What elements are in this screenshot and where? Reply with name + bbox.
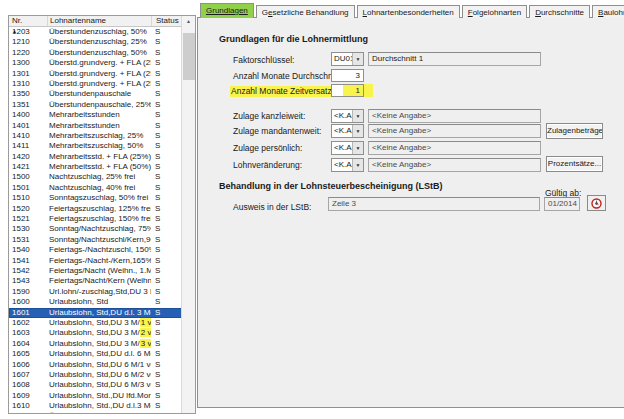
row-nr: 1609	[9, 391, 47, 401]
table-row[interactable]: 1541Feiertags-/Nacht-/Kern,165%frS	[9, 256, 182, 266]
row-status: S	[151, 339, 182, 349]
chevron-down-icon[interactable]: ▼	[352, 142, 363, 154]
row-status: S	[151, 204, 182, 214]
table-row[interactable]: 1606Urlaubslohn, Std,DU 6 M/1 versS	[9, 360, 182, 370]
tab-lohnartenbesonderheiten[interactable]: Lohnartenbesonderheiten	[357, 5, 460, 18]
table-row[interactable]: 1510Sonntagszuschlag, 50% freiS	[9, 193, 182, 203]
tab-gesetzliche-behandlung[interactable]: Gesetzliche Behandlung	[256, 5, 355, 18]
table-row[interactable]: 1411Mehrarbeitszuschlag, 50%S	[9, 141, 182, 151]
anzahl-monate-durchschnitt-input[interactable]: 3	[331, 69, 364, 82]
row-name: Überstundenzuschlag, 50%	[47, 27, 151, 37]
row-name: Urlaubslohn, Std.,DU lfd.Mon.	[47, 391, 151, 401]
chevron-down-icon[interactable]: ▼	[352, 110, 363, 122]
table-row[interactable]: 1531Sonntag/Nachtzuschl/Kern,90%frS	[9, 235, 182, 245]
chevron-down-icon[interactable]: ▼	[352, 159, 363, 171]
row-nr: 1310	[9, 79, 47, 89]
tab-folgelohnarten[interactable]: Folgelohnarten	[462, 5, 527, 18]
table-header: Nr.▲ Lohnartenname Status	[9, 16, 195, 27]
row-status: S	[151, 162, 182, 172]
table-row[interactable]: 1600Urlaubslohn, StdS	[9, 297, 182, 307]
row-nr: 1620	[9, 411, 47, 413]
row-name: Überstundenzuschlag, 25%	[47, 37, 151, 47]
row-name: Überstundenpauschale, 25%	[47, 100, 151, 110]
row-status: S	[151, 27, 182, 37]
tab-grundlagen[interactable]: Grundlagen	[200, 3, 254, 18]
table-row[interactable]: 1607Urlaubslohn, Std,DU 6 M/2 versS	[9, 370, 182, 380]
row-nr: 1401	[9, 121, 47, 131]
column-header-status[interactable]: Status	[151, 16, 182, 26]
table-row[interactable]: 1603Urlaubslohn, Std,DU 3 M/2 versS	[9, 328, 182, 338]
table-row[interactable]: 1542Feiertags/Nacht (Weihn., 1.Mai)S	[9, 266, 182, 276]
tab-accelerator: Grundlagen	[206, 6, 248, 15]
tab-baulohn[interactable]: Baulohn	[592, 5, 624, 18]
table-row[interactable]: 1530Sonntag/Nachtzuschlag, 75%freiS	[9, 224, 182, 234]
table-row[interactable]: 1609Urlaubslohn, Std.,DU lfd.Mon.S	[9, 391, 182, 401]
table-row[interactable]: 1220Überstundenzuschlag, 50%S	[9, 48, 182, 58]
row-status: S	[151, 235, 182, 245]
table-row[interactable]: 1520Feiertagszuschlag, 125% freiS	[9, 204, 182, 214]
table-row[interactable]: 1521Feiertagszuschlag, 150% freiS	[9, 214, 182, 224]
zulage-kanzleiweit-combobox[interactable]: <K.A.>▼	[331, 109, 364, 123]
table-row[interactable]: 1421Mehrarbeitsstd. + FLA (50%)S	[9, 162, 182, 172]
anzahl-monate-zeitversatz-input[interactable]: 1	[331, 84, 364, 97]
table-row[interactable]: 1540Feiertags-/Nachtzuschl, 150% frS	[9, 245, 182, 255]
scrollbar-thumb[interactable]	[183, 33, 195, 80]
zulage-kanzleiweit-combo-value: <K.A.>	[332, 110, 352, 122]
table-row[interactable]: 1500Nachtzuschlag, 25% freiS	[9, 172, 182, 182]
zulagenbetraege-button[interactable]: Zulagenbeträge...	[546, 123, 603, 139]
zulage-mandantenweit-combobox[interactable]: <K.A.>▼	[331, 124, 364, 138]
chevron-down-icon[interactable]: ▼	[352, 53, 363, 65]
section-title-grundlagen: Grundlagen für die Lohnermittlung	[219, 34, 368, 44]
table-row[interactable]: 1501Nachtzuschlag, 40% freiS	[9, 183, 182, 193]
chevron-down-icon[interactable]: ▼	[352, 125, 363, 137]
row-status: S	[151, 37, 182, 47]
tab-accelerator: L	[363, 8, 367, 17]
row-nr: 1600	[9, 297, 47, 307]
scroll-up-button[interactable]: ▲	[182, 16, 195, 27]
vertical-scrollbar[interactable]: ▲	[181, 16, 195, 413]
lohnveraenderung-combobox[interactable]: <K.A.>▼	[331, 158, 364, 172]
table-row[interactable]: 1350ÜberstundenpauschaleS	[9, 89, 182, 99]
table-row[interactable]: 1590Url.lohn/-zuschlag,Std,DU 3 MS	[9, 287, 182, 297]
table-row[interactable]: 1203Überstundenzuschlag, 50%S	[9, 27, 182, 37]
table-row[interactable]: 1210Überstundenzuschlag, 25%S	[9, 37, 182, 47]
table-row[interactable]: 1400MehrarbeitsstundenS	[9, 110, 182, 120]
table-row[interactable]: 1602Urlaubslohn, Std,DU 3 M/1 versS	[9, 318, 182, 328]
table-row[interactable]: 1310Überstd.grundverg. + FLA (25%)S	[9, 79, 182, 89]
zulage-persoenlich-combobox[interactable]: <K.A.>▼	[331, 141, 364, 155]
row-name: Überstd.grundverg. + FLA (25%)	[47, 58, 151, 68]
table-row[interactable]: 1605Urlaubslohn, Std,DU d.l. 6 MonS	[9, 349, 182, 359]
table-row[interactable]: 1351Überstundenpauschale, 25%S	[9, 100, 182, 110]
zulage-persoenlich-label: Zulage persönlich:	[233, 143, 302, 153]
row-status: S	[151, 391, 182, 401]
table-row[interactable]: 1301Überstd.grundverg. + FLA (25%)S	[9, 69, 182, 79]
row-nr: 1608	[9, 380, 47, 390]
history-button[interactable]	[587, 195, 606, 211]
row-name: Feiertags-/Nacht-/Kern,165%fr	[47, 256, 151, 266]
row-nr: 1501	[9, 183, 47, 193]
row-name: Urlaubslohn, Std,DU 6 M/3 vers	[47, 380, 151, 390]
table-row[interactable]: 1610Urlaubslohn, Std.,DU d.l.3 MonS	[9, 401, 182, 411]
row-name: Mehrarbeitsstd. + FLA (50%)	[47, 162, 151, 172]
row-status: S	[151, 276, 182, 286]
table-row[interactable]: 1604Urlaubslohn, Std,DU 3 M/3 versS	[9, 339, 182, 349]
table-row[interactable]: 1420Mehrarbeitsstd. + FLA (25%)S	[9, 152, 182, 162]
table-row[interactable]: 1401MehrarbeitsstundenS	[9, 121, 182, 131]
anzahl-monate-zeitversatz-value[interactable]: 1	[331, 84, 364, 97]
tab-durchschnitte[interactable]: Durchschnitte	[529, 5, 590, 18]
table-row[interactable]: 1300Überstd.grundverg. + FLA (25%)S	[9, 58, 182, 68]
prozentsaetze-button[interactable]: Prozentsätze...	[546, 156, 603, 172]
table-row[interactable]: 1601Urlaubslohn, Std,DU d.l. 3 MonS	[9, 308, 182, 318]
column-header-nr[interactable]: Nr.▲	[9, 16, 47, 26]
row-name: Url.lohn/-zuschlag,Std,DU 3 M	[47, 287, 151, 297]
tab-accelerator: D	[535, 8, 541, 17]
table-row[interactable]: 1543Feiertags/Nacht/Kern (Weihn)S	[9, 276, 182, 286]
faktorschluessel-combobox[interactable]: DU01 ▼	[331, 52, 364, 66]
table-row[interactable]: 1620Überstd.lohn, Std,DU lfd.Mon.S	[9, 411, 182, 413]
scroll-up-icon: ▲	[186, 18, 191, 24]
table-row[interactable]: 1410Mehrarbeitszuschlag, 25%S	[9, 131, 182, 141]
table-row[interactable]: 1608Urlaubslohn, Std,DU 6 M/3 versS	[9, 380, 182, 390]
row-nr: 1520	[9, 204, 47, 214]
column-header-lohnartenname[interactable]: Lohnartenname	[47, 16, 151, 26]
row-nr: 1601	[9, 308, 47, 318]
